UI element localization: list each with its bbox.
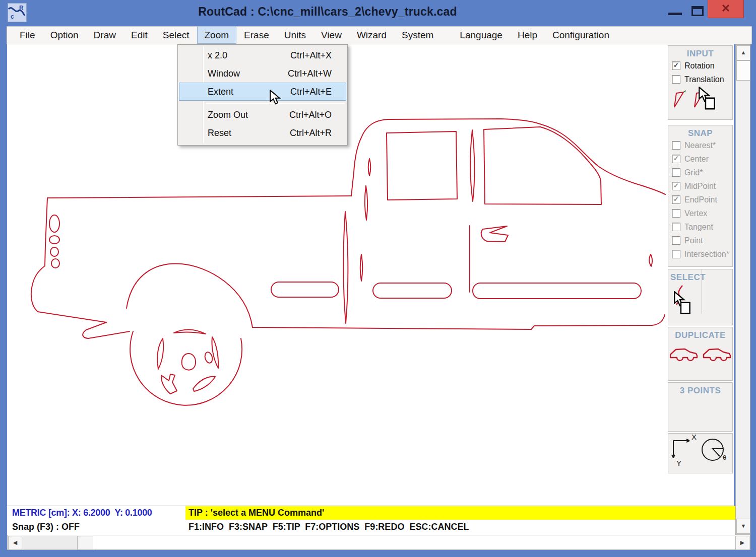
zoom-menu-item-extent[interactable]: Extent Ctrl+Alt+E <box>179 83 346 101</box>
zoom-menu-item-window[interactable]: Window Ctrl+Alt+W <box>179 64 346 83</box>
checkbox-rotation[interactable]: ✓ Rotation <box>668 59 732 73</box>
scroll-left-button[interactable]: ◀ <box>8 536 22 550</box>
coordinate-readout: METRIC [cm]: X: 6.2000 Y: 0.1000 <box>12 508 152 518</box>
function-key-hints: F1:INFO F3:SNAP F5:TIP F7:OPTIONS F9:RED… <box>188 522 469 532</box>
rotation-tool-icons[interactable] <box>671 89 732 111</box>
truck-rear-fender <box>127 264 253 327</box>
translation-checkbox[interactable]: ✓ <box>672 75 680 84</box>
duplicate-section: DUPLICATE <box>668 327 733 381</box>
scroll-down-button[interactable]: ▼ <box>736 519 750 534</box>
truck-cab-roof <box>351 119 665 196</box>
checkbox-nearest[interactable]: ✓Nearest* <box>668 138 732 152</box>
snap-section: SNAP ✓Nearest* ✓Center ✓Grid* ✓MidPoint … <box>668 125 733 267</box>
truck-door-handle <box>481 226 508 242</box>
zoom-menu-item-x2[interactable]: x 2.0 Ctrl+Alt+X <box>179 46 346 64</box>
menu-draw[interactable]: Draw <box>86 27 123 44</box>
checkbox-midpoint[interactable]: ✓MidPoint <box>668 179 732 193</box>
three-points-section: 3 POINTS <box>668 382 733 432</box>
checkbox-tangent[interactable]: ✓Tangent <box>668 220 732 234</box>
close-button[interactable]: ✕ <box>708 0 744 18</box>
checkbox-translation[interactable]: ✓ Translation <box>668 73 732 86</box>
midpoint-checkbox[interactable]: ✓ <box>672 182 680 190</box>
window-title: RoutCad : C:\cnc_mill\cars_2\chevy_truck… <box>0 0 655 22</box>
point-checkbox[interactable]: ✓ <box>672 236 680 245</box>
center-checkbox[interactable]: ✓ <box>672 155 680 163</box>
menu-option[interactable]: Option <box>43 27 86 44</box>
snap-status-text: Snap (F3) : OFF <box>12 522 80 532</box>
grid-checkbox[interactable]: ✓ <box>672 168 680 177</box>
tip-bar: TIP : 'select a MENU Command' <box>185 506 735 520</box>
tip-text: TIP : 'select a MENU Command' <box>185 506 735 518</box>
scroll-right-button[interactable]: ▶ <box>735 536 749 550</box>
scroll-up-button[interactable]: ▲ <box>736 45 750 60</box>
vertex-checkbox[interactable]: ✓ <box>672 209 680 218</box>
menu-separator <box>205 103 345 104</box>
checkbox-center[interactable]: ✓Center <box>668 152 732 166</box>
menu-units[interactable]: Units <box>277 27 313 44</box>
intersection-checkbox[interactable]: ✓ <box>672 250 680 258</box>
axis-section: X Y θ <box>668 433 733 473</box>
duplicate-tool-icons[interactable] <box>670 344 731 365</box>
svg-text:X: X <box>691 434 697 441</box>
menu-help[interactable]: Help <box>510 27 545 44</box>
menu-language[interactable]: Language <box>452 27 510 44</box>
truck-bottom-line <box>253 315 665 329</box>
menu-erase[interactable]: Erase <box>236 27 277 44</box>
truck-rear-window <box>387 131 457 200</box>
tangent-checkbox[interactable]: ✓ <box>672 223 680 231</box>
minimize-button[interactable] <box>668 13 682 15</box>
svg-text:Y: Y <box>676 459 681 467</box>
zoom-menu-item-zoom-out[interactable]: Zoom Out Ctrl+Alt+O <box>179 106 346 124</box>
truck-b-pillar <box>470 130 474 201</box>
input-section: INPUT ✓ Rotation ✓ Translation <box>668 45 733 120</box>
three-points-section-title: 3 POINTS <box>668 383 732 396</box>
truck-rear-outline <box>31 198 130 338</box>
menu-file[interactable]: File <box>12 27 43 44</box>
endpoint-checkbox[interactable]: ✓ <box>672 195 680 204</box>
vertical-scrollbar[interactable]: ▲ ▼ <box>735 44 750 535</box>
truck-bed-rail <box>47 196 351 198</box>
status-bar-coordinates: METRIC [cm]: X: 6.2000 Y: 0.1000 TIP : '… <box>7 506 735 520</box>
svg-text:θ: θ <box>723 454 726 461</box>
input-section-title: INPUT <box>668 46 732 59</box>
menu-zoom[interactable]: Zoom <box>197 27 237 44</box>
horizontal-scroll-track[interactable] <box>22 536 77 549</box>
select-section-title: SELECT <box>668 269 732 283</box>
menu-view[interactable]: View <box>313 27 349 44</box>
checkbox-endpoint[interactable]: ✓EndPoint <box>668 193 732 206</box>
select-tool-icon[interactable] <box>674 285 689 315</box>
truck-rear-tire <box>130 331 242 405</box>
tool-panel: INPUT ✓ Rotation ✓ Translation SNAP ✓Nea… <box>668 44 734 506</box>
menu-select[interactable]: Select <box>155 27 197 44</box>
menu-wizard[interactable]: Wizard <box>349 27 394 44</box>
select-section: SELECT <box>668 269 733 325</box>
nearest-checkbox[interactable]: ✓ <box>672 141 680 150</box>
title-bar[interactable]: R c RoutCad : C:\cnc_mill\cars_2\chevy_t… <box>0 0 756 24</box>
checkbox-point[interactable]: ✓Point <box>668 234 732 247</box>
menu-system[interactable]: System <box>394 27 441 44</box>
rotation-checkbox[interactable]: ✓ <box>672 61 680 70</box>
truck-front-window <box>484 127 601 204</box>
horizontal-scroll-thumb[interactable] <box>77 536 93 550</box>
menu-bar: File Option Draw Edit Select Zoom Erase … <box>7 26 752 44</box>
duplicate-section-title: DUPLICATE <box>668 327 732 340</box>
checkbox-vertex[interactable]: ✓Vertex <box>668 206 732 220</box>
status-bar-keys: Snap (F3) : OFF F1:INFO F3:SNAP F5:TIP F… <box>7 520 735 535</box>
snap-section-title: SNAP <box>668 125 732 138</box>
app-window: R c RoutCad : C:\cnc_mill\cars_2\chevy_t… <box>0 0 756 557</box>
menu-edit[interactable]: Edit <box>123 27 155 44</box>
vertical-scroll-thumb[interactable] <box>736 60 750 81</box>
maximize-button[interactable] <box>691 6 704 16</box>
menu-configuration[interactable]: Configuration <box>545 27 617 44</box>
zoom-dropdown-menu: x 2.0 Ctrl+Alt+X Window Ctrl+Alt+W Exten… <box>177 44 348 146</box>
zoom-menu-item-reset[interactable]: Reset Ctrl+Alt+R <box>179 124 346 142</box>
axis-orientation-icons[interactable]: X Y θ <box>668 434 731 470</box>
checkbox-grid[interactable]: ✓Grid* <box>668 166 732 179</box>
checkbox-intersection[interactable]: ✓Intersection* <box>668 247 732 261</box>
horizontal-scrollbar[interactable]: ◀ ▶ <box>7 535 750 550</box>
